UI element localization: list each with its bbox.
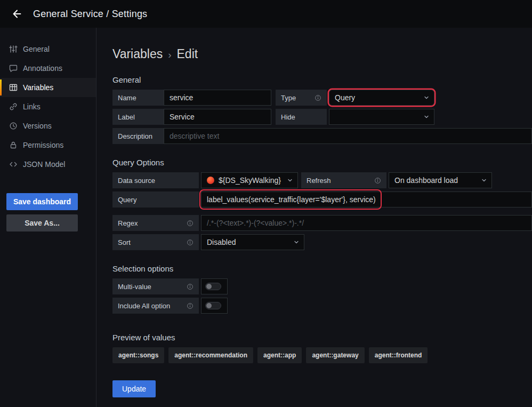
sidebar-item-label: Annotations xyxy=(23,64,62,73)
page-title: General Service / Settings xyxy=(33,9,147,20)
info-icon xyxy=(187,302,194,309)
preview-values: agent::songs agent::recommendation agent… xyxy=(112,347,532,363)
save-as-button[interactable]: Save As... xyxy=(6,214,78,232)
type-field-label: Type xyxy=(276,90,327,106)
sort-row: Sort Disabled xyxy=(112,234,532,250)
query-field-label: Query xyxy=(112,191,199,208)
description-field-label: Description xyxy=(112,128,164,144)
sidebar-item-label: Variables xyxy=(23,83,53,92)
comment-icon xyxy=(9,64,18,73)
section-title-general: General xyxy=(112,75,532,84)
sidebar-item-general[interactable]: General xyxy=(0,39,96,59)
chevron-down-icon xyxy=(423,114,430,120)
breadcrumb-parent[interactable]: Variables xyxy=(112,47,163,61)
chevron-down-icon xyxy=(287,177,293,183)
settings-sidebar: General Annotations Variables Links Vers… xyxy=(0,28,96,407)
regex-input[interactable] xyxy=(201,215,532,231)
sidebar-item-label: JSON Model xyxy=(23,160,65,169)
query-input[interactable] xyxy=(201,191,532,208)
sort-field-label: Sort xyxy=(112,234,199,250)
breadcrumb-current: Edit xyxy=(177,47,198,61)
data-source-row: Data source ${DS_SkyWalking} Refresh On … xyxy=(112,172,532,188)
sliders-icon xyxy=(9,45,18,53)
refresh-field-label: Refresh xyxy=(301,172,386,188)
query-row: Query xyxy=(112,191,532,208)
arrow-left-icon xyxy=(11,8,23,20)
sidebar-item-label: Permissions xyxy=(23,141,63,149)
toggle-knob xyxy=(206,303,212,308)
preview-value-chip: agent::gateway xyxy=(306,347,364,363)
section-title-preview: Preview of values xyxy=(112,333,532,342)
sidebar-item-permissions[interactable]: Permissions xyxy=(0,135,96,155)
lock-icon xyxy=(9,141,18,149)
sidebar-item-annotations[interactable]: Annotations xyxy=(0,59,96,78)
preview-value-chip: agent::frontend xyxy=(369,347,428,363)
datasource-logo-icon xyxy=(207,177,214,184)
multi-value-row: Multi-value xyxy=(112,278,532,294)
breadcrumb: Variables › Edit xyxy=(112,47,532,61)
label-field-label: Label xyxy=(112,109,164,125)
section-title-selection-options: Selection options xyxy=(112,264,532,273)
code-icon xyxy=(9,160,18,169)
preview-value-chip: agent::app xyxy=(257,347,302,363)
sidebar-item-label: Versions xyxy=(23,122,52,130)
type-select[interactable]: Query xyxy=(329,90,434,106)
preview-value-chip: agent::songs xyxy=(112,347,164,363)
table-icon xyxy=(9,83,18,92)
section-title-query-options: Query Options xyxy=(112,158,532,167)
sidebar-item-json-model[interactable]: JSON Model xyxy=(0,155,96,174)
data-source-select[interactable]: ${DS_SkyWalking} xyxy=(201,172,298,188)
history-icon xyxy=(9,122,18,130)
data-source-field-label: Data source xyxy=(112,172,199,188)
info-icon xyxy=(187,239,194,246)
sort-select[interactable]: Disabled xyxy=(201,234,304,250)
back-button[interactable] xyxy=(7,4,27,23)
preview-value-chip: agent::recommendation xyxy=(168,347,253,363)
sidebar-item-variables[interactable]: Variables xyxy=(0,78,96,97)
multi-value-field-label: Multi-value xyxy=(112,278,199,294)
name-input[interactable] xyxy=(164,90,271,106)
main-content: Variables › Edit General Name Type Query xyxy=(96,28,532,407)
info-icon xyxy=(374,177,381,184)
hide-field-label: Hide xyxy=(276,109,327,125)
breadcrumb-separator: › xyxy=(168,48,171,61)
regex-row: Regex xyxy=(112,215,532,231)
include-all-field-label: Include All option xyxy=(112,298,199,314)
chevron-down-icon xyxy=(423,94,430,101)
include-all-row: Include All option xyxy=(112,298,532,314)
info-icon xyxy=(315,94,321,101)
sidebar-item-label: Links xyxy=(23,102,41,111)
label-hide-row: Label Hide xyxy=(112,109,532,125)
save-dashboard-button[interactable]: Save dashboard xyxy=(6,193,78,210)
description-row: Description xyxy=(112,128,532,144)
toggle-track xyxy=(205,283,221,290)
name-field-label: Name xyxy=(112,90,164,106)
include-all-toggle[interactable] xyxy=(201,298,228,314)
name-type-row: Name Type Query xyxy=(112,90,532,106)
link-icon xyxy=(9,102,18,111)
multi-value-toggle[interactable] xyxy=(201,278,228,294)
regex-field-label: Regex xyxy=(112,215,199,231)
info-icon xyxy=(187,283,194,290)
toggle-knob xyxy=(206,284,212,289)
refresh-select[interactable]: On dashboard load xyxy=(389,172,492,188)
update-button[interactable]: Update xyxy=(112,380,156,397)
description-input[interactable] xyxy=(164,128,532,144)
hide-select[interactable] xyxy=(329,109,434,125)
sidebar-item-versions[interactable]: Versions xyxy=(0,116,96,135)
sidebar-item-links[interactable]: Links xyxy=(0,97,96,116)
sidebar-item-label: General xyxy=(23,45,50,53)
top-bar: General Service / Settings xyxy=(0,0,532,28)
toggle-track xyxy=(205,302,221,309)
label-input[interactable] xyxy=(164,109,271,125)
info-icon xyxy=(187,220,194,227)
chevron-down-icon xyxy=(293,239,300,245)
chevron-down-icon xyxy=(481,177,487,183)
